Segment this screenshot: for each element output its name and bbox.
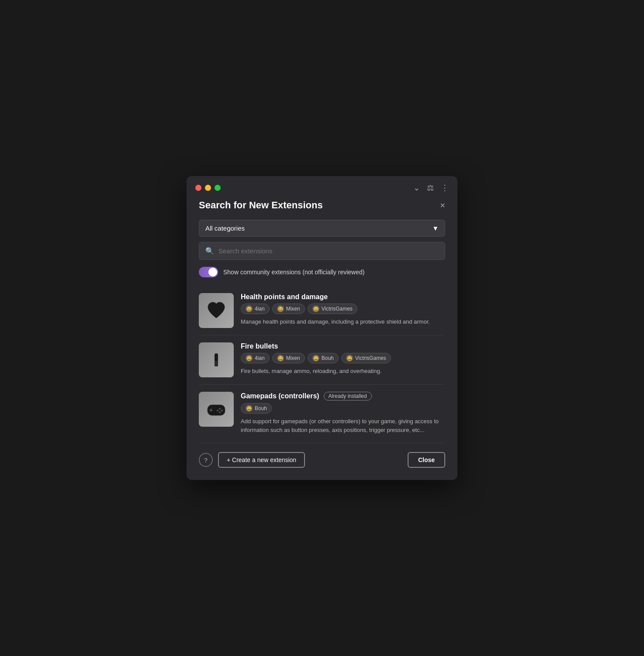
footer-left: ? + Create a new extension xyxy=(199,452,305,468)
create-extension-button[interactable]: + Create a new extension xyxy=(218,452,305,468)
author-avatar-victris-bullets: 😀 xyxy=(346,355,353,362)
ext-title-row-bullets: Fire bullets xyxy=(241,342,443,350)
author-chip-4ian-health: 😀 4ian xyxy=(241,304,270,314)
extension-item-health-points[interactable]: Health points and damage 😀 4ian 😀 Mixen … xyxy=(199,286,443,335)
close-dialog-button[interactable]: Close xyxy=(408,452,445,468)
dialog-footer: ? + Create a new extension Close xyxy=(199,443,445,468)
author-name-victris-bullets: VictrisGames xyxy=(355,355,386,361)
maximize-traffic-light[interactable] xyxy=(215,185,221,191)
gamepad-icon xyxy=(205,398,227,420)
author-avatar-victris-health: 😀 xyxy=(312,305,319,312)
search-input[interactable] xyxy=(218,247,439,255)
author-chip-mixen-bullets: 😀 Mixen xyxy=(272,353,305,363)
extension-info-gamepads: Gamepads (controllers) Already installed… xyxy=(241,392,443,434)
traffic-lights xyxy=(195,185,221,191)
ext-authors-health: 😀 4ian 😀 Mixen 😀 VictrisGames xyxy=(241,304,443,314)
svg-point-8 xyxy=(219,408,221,410)
svg-rect-3 xyxy=(215,353,218,362)
chevron-down-icon[interactable]: ⌄ xyxy=(413,183,420,193)
author-chip-bouh-gamepads: 😀 Bouh xyxy=(241,403,272,414)
author-chip-victris-bullets: 😀 VictrisGames xyxy=(341,353,391,363)
minimize-traffic-light[interactable] xyxy=(205,185,211,191)
titlebar-actions: ⌄ ⚖ ⋮ xyxy=(413,183,449,193)
author-name-4ian-health: 4ian xyxy=(255,306,265,312)
svg-point-10 xyxy=(217,410,218,411)
author-chip-mixen-health: 😀 Mixen xyxy=(272,304,305,314)
search-box: 🔍 xyxy=(199,242,445,260)
extensions-list: Health points and damage 😀 4ian 😀 Mixen … xyxy=(199,286,445,441)
author-avatar-4ian-health: 😀 xyxy=(246,305,253,312)
author-chip-bouh-bullets: 😀 Bouh xyxy=(308,353,339,363)
extension-icon-health-points xyxy=(199,293,234,328)
ext-description-health: Manage health points and damage, includi… xyxy=(241,318,443,326)
author-name-4ian-bullets: 4ian xyxy=(255,355,265,361)
extension-item-gamepads[interactable]: Gamepads (controllers) Already installed… xyxy=(199,385,443,441)
dialog-title: Search for New Extensions xyxy=(199,200,323,211)
category-value: All categories xyxy=(205,224,245,232)
dialog-close-button[interactable]: × xyxy=(440,201,445,210)
author-name-mixen-bullets: Mixen xyxy=(286,355,300,361)
ext-description-gamepads: Add support for gamepads (or other contr… xyxy=(241,417,443,434)
author-chip-4ian-bullets: 😀 4ian xyxy=(241,353,270,363)
community-toggle[interactable] xyxy=(199,267,218,277)
ext-title-gamepads: Gamepads (controllers) xyxy=(241,392,319,400)
extension-info-fire-bullets: Fire bullets 😀 4ian 😀 Mixen 😀 xyxy=(241,342,443,377)
community-toggle-row: Show community extensions (not officiall… xyxy=(199,267,445,277)
extension-item-fire-bullets[interactable]: Fire bullets 😀 4ian 😀 Mixen 😀 xyxy=(199,335,443,385)
close-traffic-light[interactable] xyxy=(195,185,201,191)
search-icon: 🔍 xyxy=(205,247,214,255)
heart-icon xyxy=(205,300,227,321)
svg-point-9 xyxy=(221,410,223,411)
extension-icon-gamepads xyxy=(199,392,234,427)
ext-title-health: Health points and damage xyxy=(241,293,328,301)
community-label: Show community extensions (not officiall… xyxy=(223,269,364,276)
author-avatar-mixen-bullets: 😀 xyxy=(277,355,284,362)
category-dropdown[interactable]: All categories ▼ xyxy=(199,220,445,237)
svg-rect-7 xyxy=(209,410,213,411)
toggle-thumb xyxy=(208,268,217,276)
more-options-icon[interactable]: ⋮ xyxy=(441,183,449,193)
ext-title-bullets: Fire bullets xyxy=(241,342,278,350)
extension-info-health-points: Health points and damage 😀 4ian 😀 Mixen … xyxy=(241,293,443,328)
svg-rect-4 xyxy=(215,361,218,366)
svg-point-11 xyxy=(219,411,221,413)
author-avatar-4ian-bullets: 😀 xyxy=(246,355,253,362)
extension-icon-fire-bullets xyxy=(199,342,234,377)
ext-title-row-gamepads: Gamepads (controllers) Already installed xyxy=(241,392,443,401)
already-installed-badge: Already installed xyxy=(324,392,372,401)
help-button[interactable]: ? xyxy=(199,453,213,467)
dialog-header: Search for New Extensions × xyxy=(199,198,445,211)
author-name-bouh-gamepads: Bouh xyxy=(255,405,267,411)
author-name-mixen-health: Mixen xyxy=(286,306,300,312)
ext-title-row-health: Health points and damage xyxy=(241,293,443,301)
ext-authors-gamepads: 😀 Bouh xyxy=(241,403,443,414)
ext-authors-bullets: 😀 4ian 😀 Mixen 😀 Bouh 😀 xyxy=(241,353,443,363)
author-avatar-mixen-health: 😀 xyxy=(277,305,284,312)
author-avatar-bouh-gamepads: 😀 xyxy=(246,405,253,412)
dropdown-arrow-icon: ▼ xyxy=(432,224,439,232)
author-chip-victris-health: 😀 VictrisGames xyxy=(308,304,357,314)
bullet-icon xyxy=(205,349,227,371)
ext-description-bullets: Fire bullets, manage ammo, reloading, an… xyxy=(241,367,443,376)
titlebar: ⌄ ⚖ ⋮ xyxy=(187,176,457,198)
author-name-victris-health: VictrisGames xyxy=(322,306,353,312)
author-name-bouh-bullets: Bouh xyxy=(322,355,334,361)
dialog-content: Search for New Extensions × All categori… xyxy=(187,198,457,480)
main-window: ⌄ ⚖ ⋮ Search for New Extensions × All ca… xyxy=(187,176,457,480)
author-avatar-bouh-bullets: 😀 xyxy=(312,355,319,362)
puzzle-icon[interactable]: ⚖ xyxy=(427,183,434,193)
